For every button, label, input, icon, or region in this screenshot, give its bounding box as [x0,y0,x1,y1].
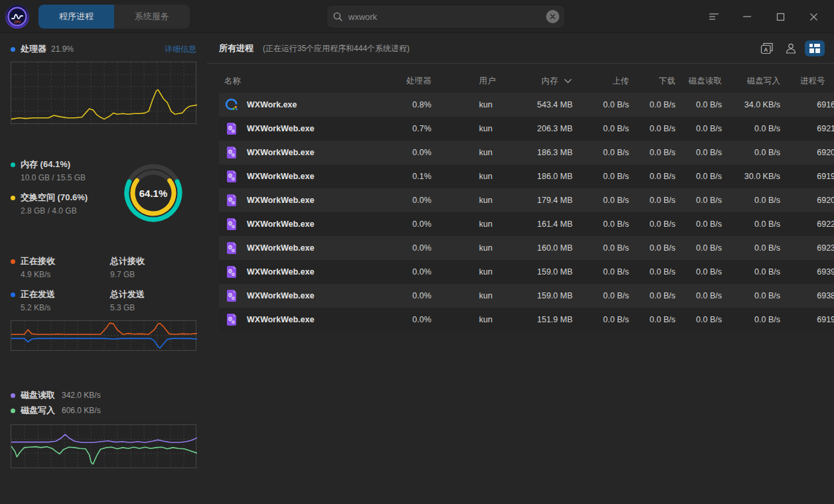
table-row[interactable]: ⚙ ⚙ WXWorkWeb.exe0.0%kun161.4 MB0.0 B/s0… [219,212,834,236]
process-upload: 0.0 B/s [573,291,629,300]
system-stats-sidebar: 处理器 21.9% 详细信息 内存 (64.1%) 10.0 GB / 15.5… [0,34,207,504]
process-pid: 69163 [780,100,834,109]
process-cpu: 0.1% [358,172,431,181]
svg-text:⚙: ⚙ [231,153,235,157]
view-switcher: A [757,40,825,56]
disk-write-value: 606.0 KB/s [62,406,101,415]
tab-processes[interactable]: 程序进程 [38,5,114,29]
purple-gear-doc-icon: ⚙ ⚙ [224,288,239,303]
process-download: 0.0 B/s [629,100,675,109]
process-cpu: 0.8% [358,100,431,109]
svg-text:⚙: ⚙ [231,296,235,300]
process-disk-read: 0.0 B/s [675,172,722,181]
all-processes-view-button[interactable] [805,40,825,56]
sort-descending-icon [563,78,573,84]
menu-icon [709,13,719,21]
process-upload: 0.0 B/s [573,172,629,181]
table-row[interactable]: ⚙ ⚙ WXWorkWeb.exe0.7%kun206.3 MB0.0 B/s0… [219,117,834,141]
process-upload: 0.0 B/s [573,243,629,253]
process-memory: 186.3 MB [498,148,573,157]
purple-gear-doc-icon: ⚙ ⚙ [224,241,239,255]
process-disk-read: 0.0 B/s [675,243,722,253]
column-header-download[interactable]: 下载 [629,76,675,87]
close-icon [809,13,818,21]
user-icon [785,42,797,54]
cpu-details-link[interactable]: 详细信息 [165,44,196,55]
process-user: kun [431,172,498,181]
process-upload: 0.0 B/s [573,124,629,133]
table-row[interactable]: ⚙ ⚙ WXWorkWeb.exe0.0%kun159.0 MB0.0 B/s0… [219,284,834,308]
process-count-subtitle: (正在运行35个应用程序和444个系统进程) [263,43,409,54]
svg-text:CPU: CPU [14,21,21,24]
table-row[interactable]: ⚙ ⚙ WXWorkWeb.exe0.0%kun160.0 MB0.0 B/s0… [219,236,834,260]
purple-gear-doc-icon: ⚙ ⚙ [224,145,239,160]
process-name: WXWork.exe [247,100,297,109]
window-menu-button[interactable] [697,0,730,33]
process-memory: 151.9 MB [498,315,573,324]
application-view-button[interactable]: A [757,40,777,56]
process-pid: 69225 [780,220,834,229]
column-header-disk-read[interactable]: 磁盘读取 [675,76,722,87]
process-cpu: 0.0% [358,315,431,324]
process-disk-write: 0.0 B/s [722,315,780,324]
process-name: WXWorkWeb.exe [247,124,314,133]
column-header-disk-write[interactable]: 磁盘写入 [722,76,780,87]
purple-gear-doc-icon: ⚙ ⚙ [224,217,239,231]
process-download: 0.0 B/s [629,196,675,205]
cpu-section-header: 处理器 21.9% 详细信息 [11,43,196,55]
column-header-cpu[interactable]: 处理器 [358,76,431,87]
my-processes-view-button[interactable] [781,40,801,56]
table-row[interactable]: ⚙ ⚙ WXWorkWeb.exe0.0%kun179.4 MB0.0 B/s0… [219,188,834,212]
process-pid: 69210 [780,124,834,133]
sending-value: 5.2 KB/s [21,303,110,312]
column-header-name[interactable]: 名称 [219,76,358,87]
process-disk-read: 0.0 B/s [675,291,722,300]
process-disk-write: 0.0 B/s [722,196,780,205]
table-row[interactable]: ⚙ ⚙ WXWorkWeb.exe0.1%kun186.0 MB0.0 B/s0… [219,164,834,188]
process-name: WXWorkWeb.exe [247,148,314,157]
process-table-body: WXWork.exe0.8%kun543.4 MB0.0 B/s0.0 B/s0… [219,93,834,332]
search-value: wxwork [348,12,546,22]
column-header-pid[interactable]: 进程号 [780,76,834,87]
column-header-memory[interactable]: 内存 [498,76,573,87]
receiving-label: 正在接收 [21,255,55,267]
process-memory: 161.4 MB [498,220,573,229]
purple-gear-doc-icon: ⚙ ⚙ [224,265,239,279]
swap-detail: 2.8 GB / 4.0 GB [21,206,120,216]
disk-read-label: 磁盘读取 [21,389,55,401]
process-name: WXWorkWeb.exe [247,196,314,205]
cpu-dot-icon [11,47,15,52]
process-disk-read: 0.0 B/s [675,124,722,133]
column-header-user[interactable]: 用户 [431,76,498,87]
table-row[interactable]: WXWork.exe0.8%kun543.4 MB0.0 B/s0.0 B/s0… [219,93,834,117]
process-disk-write: 30.0 KB/s [722,172,780,181]
process-disk-write: 0.0 B/s [722,148,780,157]
process-memory: 179.4 MB [498,196,573,205]
process-user: kun [431,243,498,253]
process-name: WXWorkWeb.exe [247,291,314,300]
table-row[interactable]: ⚙ ⚙ WXWorkWeb.exe0.0%kun186.3 MB0.0 B/s0… [219,141,834,164]
process-pid: 69197 [780,315,834,324]
maximize-button[interactable] [764,0,797,33]
process-table: 名称 处理器 用户 内存 上传 下载 磁盘读取 磁盘写入 进程号 WXWork.… [219,69,834,332]
tab-system-services[interactable]: 系统服务 [114,5,190,29]
table-row[interactable]: ⚙ ⚙ WXWorkWeb.exe0.0%kun151.9 MB0.0 B/s0… [219,308,834,332]
cpu-label: 处理器 [21,43,46,55]
search-input[interactable]: wxwork [326,5,565,29]
process-memory: 159.0 MB [498,267,573,277]
process-user: kun [431,196,498,205]
process-memory: 159.0 MB [498,291,573,300]
purple-gear-doc-icon: ⚙ ⚙ [224,121,239,136]
process-disk-write: 0.0 B/s [722,243,780,253]
process-download: 0.0 B/s [629,243,675,253]
table-row[interactable]: ⚙ ⚙ WXWorkWeb.exe0.0%kun159.0 MB0.0 B/s0… [219,260,834,284]
process-disk-read: 0.0 B/s [675,220,722,229]
search-clear-button[interactable] [546,10,559,23]
process-user: kun [431,220,498,229]
application-view-icon: A [760,42,774,54]
close-icon [549,13,556,20]
column-header-upload[interactable]: 上传 [573,76,629,87]
process-user: kun [431,315,498,324]
close-button[interactable] [797,0,830,33]
minimize-button[interactable] [730,0,764,33]
